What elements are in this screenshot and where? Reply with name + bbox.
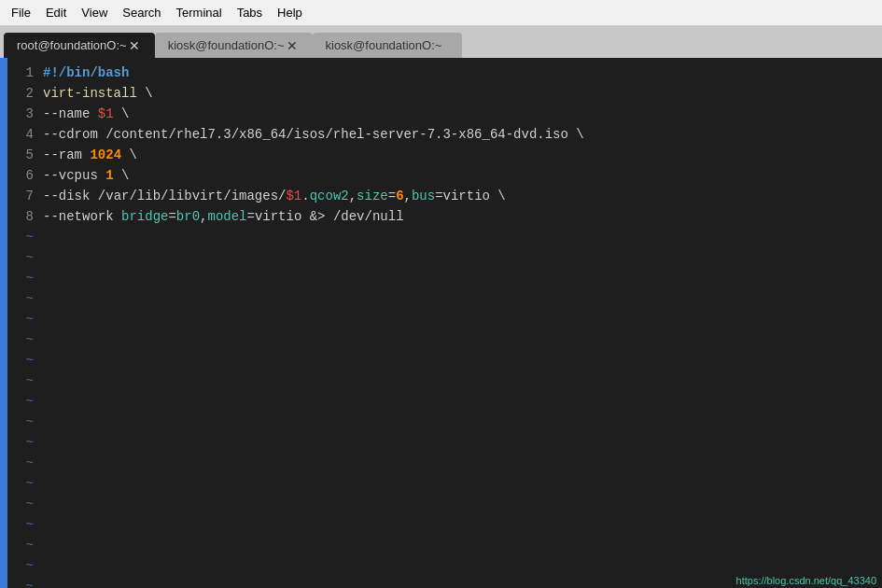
menu-help[interactable]: Help — [270, 3, 310, 22]
menubar: File Edit View Search Terminal Tabs Help — [0, 0, 882, 26]
tabbar: root@foundationO:~ ✕ kiosk@foundationO:~… — [0, 26, 882, 58]
code-line-7: 7 --disk /var/lib/libvirt/images/$1.qcow… — [7, 187, 882, 207]
tilde-line-10: ~ — [7, 413, 882, 433]
tilde-num-7: ~ — [7, 351, 34, 371]
terminal: 1 #!/bin/bash 2 virt-install \ 3 --name … — [0, 58, 882, 588]
tilde-num-9: ~ — [7, 392, 34, 413]
line-num-3: 3 — [7, 105, 34, 125]
code-content-1: #!/bin/bash — [43, 63, 129, 84]
tilde-line-2: ~ — [7, 248, 882, 269]
tilde-line-6: ~ — [7, 330, 882, 351]
tilde-line-4: ~ — [7, 289, 882, 310]
tab-1-close[interactable]: ✕ — [127, 39, 142, 52]
tilde-line-8: ~ — [7, 371, 882, 392]
code-line-4: 4 --cdrom /content/rhel7.3/x86_64/isos/r… — [7, 125, 882, 146]
tilde-num-3: ~ — [7, 269, 34, 289]
code-content-2: virt-install \ — [43, 84, 153, 105]
tab-3[interactable]: kiosk@foundationO:~ — [313, 33, 462, 58]
tilde-line-9: ~ — [7, 392, 882, 413]
code-line-3: 3 --name $1 \ — [7, 105, 882, 125]
tilde-line-14: ~ — [7, 495, 882, 515]
line-num-8: 8 — [7, 207, 34, 228]
tilde-line-1: ~ — [7, 228, 882, 248]
tab-2-label: kiosk@foundationO:~ — [168, 38, 285, 52]
tilde-num-10: ~ — [7, 413, 34, 433]
tilde-num-5: ~ — [7, 310, 34, 330]
code-line-2: 2 virt-install \ — [7, 84, 882, 105]
line-num-7: 7 — [7, 187, 34, 207]
tilde-num-12: ~ — [7, 454, 34, 474]
tilde-num-14: ~ — [7, 495, 34, 515]
tilde-line-11: ~ — [7, 433, 882, 454]
menu-edit[interactable]: Edit — [38, 3, 74, 22]
code-line-8: 8 --network bridge=br0,model=virtio &> /… — [7, 207, 882, 228]
tilde-line-5: ~ — [7, 310, 882, 330]
tilde-num-2: ~ — [7, 248, 34, 269]
line-num-1: 1 — [7, 63, 34, 84]
code-content-4: --cdrom /content/rhel7.3/x86_64/isos/rhe… — [43, 125, 584, 146]
tilde-num-13: ~ — [7, 474, 34, 495]
menu-terminal[interactable]: Terminal — [169, 3, 230, 22]
tilde-num-11: ~ — [7, 433, 34, 454]
line-num-6: 6 — [7, 166, 34, 187]
sidebar-accent — [0, 58, 7, 588]
menu-view[interactable]: View — [74, 3, 115, 22]
code-content-8: --network bridge=br0,model=virtio &> /de… — [43, 207, 404, 228]
code-line-1: 1 #!/bin/bash — [7, 63, 882, 84]
code-line-6: 6 --vcpus 1 \ — [7, 166, 882, 187]
code-content-6: --vcpus 1 \ — [43, 166, 129, 187]
line-num-2: 2 — [7, 84, 34, 105]
tilde-num-8: ~ — [7, 371, 34, 392]
tilde-line-13: ~ — [7, 474, 882, 495]
line-num-5: 5 — [7, 146, 34, 166]
code-content-7: --disk /var/lib/libvirt/images/$1.qcow2,… — [43, 187, 506, 207]
code-line-5: 5 --ram 1024 \ — [7, 146, 882, 166]
tab-1[interactable]: root@foundationO:~ ✕ — [4, 33, 155, 58]
tab-2[interactable]: kiosk@foundationO:~ ✕ — [155, 33, 313, 58]
tilde-line-12: ~ — [7, 454, 882, 474]
tilde-num-18: ~ — [7, 577, 34, 588]
tab-2-close[interactable]: ✕ — [285, 39, 300, 52]
line-num-4: 4 — [7, 125, 34, 146]
menu-search[interactable]: Search — [115, 3, 168, 22]
menu-tabs[interactable]: Tabs — [230, 3, 270, 22]
code-content-3: --name $1 \ — [43, 105, 129, 125]
tilde-num-4: ~ — [7, 289, 34, 310]
tilde-num-1: ~ — [7, 228, 34, 248]
tilde-num-15: ~ — [7, 515, 34, 536]
tilde-num-16: ~ — [7, 536, 34, 556]
tilde-line-15: ~ — [7, 515, 882, 536]
tab-3-label: kiosk@foundationO:~ — [326, 38, 449, 52]
tilde-num-6: ~ — [7, 330, 34, 351]
statusbar-url: https://blog.csdn.net/qq_43340 — [731, 573, 882, 588]
code-content-5: --ram 1024 \ — [43, 146, 137, 166]
tilde-line-3: ~ — [7, 269, 882, 289]
tilde-line-16: ~ — [7, 536, 882, 556]
tab-1-label: root@foundationO:~ — [17, 38, 127, 52]
tilde-num-17: ~ — [7, 556, 34, 577]
tilde-line-7: ~ — [7, 351, 882, 371]
menu-file[interactable]: File — [4, 3, 38, 22]
code-area[interactable]: 1 #!/bin/bash 2 virt-install \ 3 --name … — [7, 58, 882, 588]
